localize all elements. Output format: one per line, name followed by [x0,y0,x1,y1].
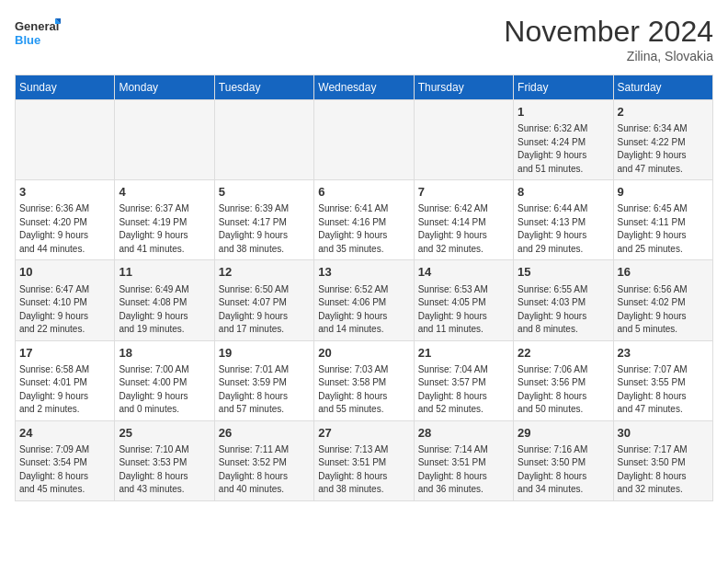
day-header: Tuesday [214,75,313,100]
day-number: 23 [618,345,709,362]
day-header: Friday [514,75,613,100]
day-number: 2 [618,104,709,121]
page-header: General Blue November 2024 Zilina, Slova… [15,15,713,63]
day-number: 8 [518,184,609,201]
calendar-cell: 16Sunrise: 6:56 AMSunset: 4:02 PMDayligh… [613,260,712,340]
day-info: Sunrise: 6:45 AMSunset: 4:11 PMDaylight:… [618,202,709,256]
day-info: Sunrise: 7:06 AMSunset: 3:56 PMDaylight:… [518,363,609,417]
day-number: 6 [318,184,409,201]
day-header: Wednesday [314,75,414,100]
day-number: 29 [518,425,609,442]
calendar-cell: 18Sunrise: 7:00 AMSunset: 4:00 PMDayligh… [115,340,214,420]
calendar-cell [115,100,214,180]
title-block: November 2024 Zilina, Slovakia [504,15,713,63]
calendar-cell: 25Sunrise: 7:10 AMSunset: 3:53 PMDayligh… [115,420,214,500]
day-number: 20 [318,345,409,362]
logo-svg: General Blue [15,15,61,52]
calendar-cell [314,100,414,180]
day-info: Sunrise: 6:50 AMSunset: 4:07 PMDaylight:… [219,283,310,337]
calendar-cell: 24Sunrise: 7:09 AMSunset: 3:54 PMDayligh… [16,420,115,500]
day-number: 5 [219,184,310,201]
calendar-cell: 23Sunrise: 7:07 AMSunset: 3:55 PMDayligh… [613,340,712,420]
day-info: Sunrise: 6:42 AMSunset: 4:14 PMDaylight:… [418,202,509,256]
calendar-cell: 26Sunrise: 7:11 AMSunset: 3:52 PMDayligh… [214,420,313,500]
day-info: Sunrise: 6:56 AMSunset: 4:02 PMDaylight:… [618,283,709,337]
day-info: Sunrise: 7:13 AMSunset: 3:51 PMDaylight:… [318,443,409,497]
day-number: 15 [518,264,609,281]
calendar-cell: 13Sunrise: 6:52 AMSunset: 4:06 PMDayligh… [314,260,414,340]
calendar-table: SundayMondayTuesdayWednesdayThursdayFrid… [15,75,713,501]
day-number: 17 [19,345,110,362]
calendar-cell: 17Sunrise: 6:58 AMSunset: 4:01 PMDayligh… [16,340,115,420]
day-number: 19 [219,345,310,362]
calendar-cell: 27Sunrise: 7:13 AMSunset: 3:51 PMDayligh… [314,420,414,500]
day-number: 3 [19,184,110,201]
calendar-cell: 14Sunrise: 6:53 AMSunset: 4:05 PMDayligh… [414,260,513,340]
day-number: 27 [318,425,409,442]
day-number: 28 [418,425,509,442]
svg-text:General: General [15,19,59,33]
calendar-cell: 22Sunrise: 7:06 AMSunset: 3:56 PMDayligh… [514,340,613,420]
svg-text:Blue: Blue [15,33,40,47]
day-number: 26 [219,425,310,442]
logo: General Blue [15,15,61,52]
calendar-cell: 28Sunrise: 7:14 AMSunset: 3:51 PMDayligh… [414,420,513,500]
calendar-cell: 2Sunrise: 6:34 AMSunset: 4:22 PMDaylight… [613,100,712,180]
calendar-cell: 5Sunrise: 6:39 AMSunset: 4:17 PMDaylight… [214,180,313,260]
day-info: Sunrise: 7:07 AMSunset: 3:55 PMDaylight:… [618,363,709,417]
calendar-cell [16,100,115,180]
day-info: Sunrise: 6:53 AMSunset: 4:05 PMDaylight:… [418,283,509,337]
day-info: Sunrise: 7:11 AMSunset: 3:52 PMDaylight:… [219,443,310,497]
day-number: 24 [19,425,110,442]
calendar-cell: 7Sunrise: 6:42 AMSunset: 4:14 PMDaylight… [414,180,513,260]
day-header: Thursday [414,75,513,100]
calendar-cell [214,100,313,180]
calendar-cell: 11Sunrise: 6:49 AMSunset: 4:08 PMDayligh… [115,260,214,340]
day-info: Sunrise: 7:09 AMSunset: 3:54 PMDaylight:… [19,443,110,497]
calendar-cell: 15Sunrise: 6:55 AMSunset: 4:03 PMDayligh… [514,260,613,340]
day-info: Sunrise: 6:49 AMSunset: 4:08 PMDaylight:… [119,283,210,337]
day-number: 11 [119,264,210,281]
day-info: Sunrise: 6:37 AMSunset: 4:19 PMDaylight:… [119,202,210,256]
location: Zilina, Slovakia [504,49,713,63]
day-info: Sunrise: 7:14 AMSunset: 3:51 PMDaylight:… [418,443,509,497]
day-info: Sunrise: 7:10 AMSunset: 3:53 PMDaylight:… [119,443,210,497]
calendar-cell: 30Sunrise: 7:17 AMSunset: 3:50 PMDayligh… [613,420,712,500]
day-number: 22 [518,345,609,362]
calendar-cell: 1Sunrise: 6:32 AMSunset: 4:24 PMDaylight… [514,100,613,180]
day-number: 4 [119,184,210,201]
calendar-cell: 6Sunrise: 6:41 AMSunset: 4:16 PMDaylight… [314,180,414,260]
calendar-cell: 9Sunrise: 6:45 AMSunset: 4:11 PMDaylight… [613,180,712,260]
day-number: 16 [618,264,709,281]
calendar-cell: 19Sunrise: 7:01 AMSunset: 3:59 PMDayligh… [214,340,313,420]
day-info: Sunrise: 6:58 AMSunset: 4:01 PMDaylight:… [19,363,110,417]
day-header: Saturday [613,75,712,100]
calendar-cell: 20Sunrise: 7:03 AMSunset: 3:58 PMDayligh… [314,340,414,420]
day-header: Sunday [16,75,115,100]
day-info: Sunrise: 7:16 AMSunset: 3:50 PMDaylight:… [518,443,609,497]
day-info: Sunrise: 7:01 AMSunset: 3:59 PMDaylight:… [219,363,310,417]
calendar-cell: 10Sunrise: 6:47 AMSunset: 4:10 PMDayligh… [16,260,115,340]
day-info: Sunrise: 6:44 AMSunset: 4:13 PMDaylight:… [518,202,609,256]
day-number: 21 [418,345,509,362]
day-info: Sunrise: 7:17 AMSunset: 3:50 PMDaylight:… [618,443,709,497]
day-header: Monday [115,75,214,100]
calendar-cell: 21Sunrise: 7:04 AMSunset: 3:57 PMDayligh… [414,340,513,420]
day-info: Sunrise: 7:00 AMSunset: 4:00 PMDaylight:… [119,363,210,417]
day-info: Sunrise: 6:34 AMSunset: 4:22 PMDaylight:… [618,122,709,176]
day-number: 12 [219,264,310,281]
calendar-cell: 3Sunrise: 6:36 AMSunset: 4:20 PMDaylight… [16,180,115,260]
day-number: 25 [119,425,210,442]
day-info: Sunrise: 6:55 AMSunset: 4:03 PMDaylight:… [518,283,609,337]
day-number: 18 [119,345,210,362]
month-title: November 2024 [504,15,713,49]
day-info: Sunrise: 6:41 AMSunset: 4:16 PMDaylight:… [318,202,409,256]
day-number: 1 [518,104,609,121]
day-info: Sunrise: 6:47 AMSunset: 4:10 PMDaylight:… [19,283,110,337]
day-number: 30 [618,425,709,442]
day-number: 9 [618,184,709,201]
day-info: Sunrise: 6:52 AMSunset: 4:06 PMDaylight:… [318,283,409,337]
day-info: Sunrise: 7:04 AMSunset: 3:57 PMDaylight:… [418,363,509,417]
day-number: 7 [418,184,509,201]
day-info: Sunrise: 7:03 AMSunset: 3:58 PMDaylight:… [318,363,409,417]
